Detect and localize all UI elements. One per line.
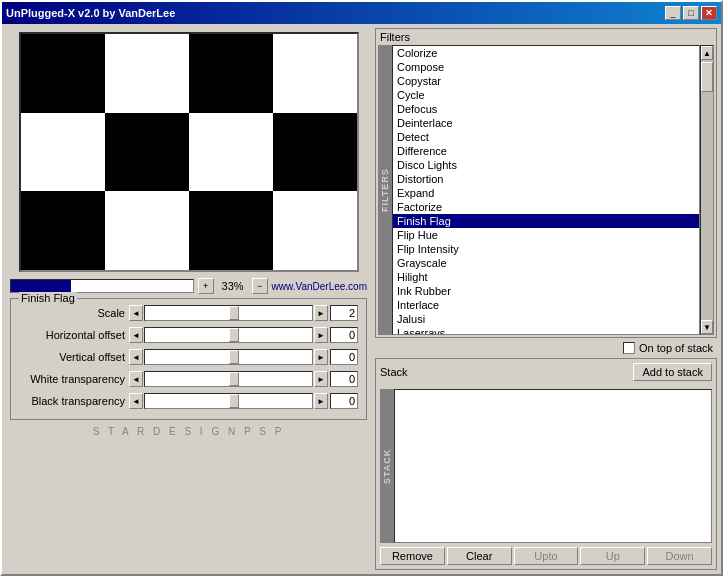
checker-cell — [21, 34, 105, 113]
black-trans-slider-container: ◄ ► — [129, 393, 328, 409]
content-area: + 33% − www.VanDerLee.com Finish Flag Sc… — [2, 24, 721, 574]
maximize-button[interactable]: □ — [683, 6, 699, 20]
filter-item-hilight[interactable]: Hilight — [393, 270, 699, 284]
stack-vertical-label: STACK — [380, 389, 394, 543]
filters-list-container: FILTERS Colorize Compose Copystar Cycle … — [378, 45, 714, 335]
filter-item-finish-flag[interactable]: Finish Flag — [393, 214, 699, 228]
filter-item-deinterlace[interactable]: Deinterlace — [393, 116, 699, 130]
param-row-black-transparency: Black transparency ◄ ► 0 — [19, 391, 358, 411]
filters-list[interactable]: Colorize Compose Copystar Cycle Defocus … — [392, 45, 700, 335]
close-button[interactable]: ✕ — [701, 6, 717, 20]
filter-item-expand[interactable]: Expand — [393, 186, 699, 200]
upto-button[interactable]: Upto — [514, 547, 579, 565]
v-offset-slider-thumb[interactable] — [229, 350, 239, 364]
stack-list — [394, 389, 712, 543]
v-offset-slider-track[interactable] — [144, 349, 313, 365]
scale-slider-track[interactable] — [144, 305, 313, 321]
black-trans-value: 0 — [330, 393, 358, 409]
black-trans-slider-thumb[interactable] — [229, 394, 239, 408]
v-offset-value: 0 — [330, 349, 358, 365]
scale-slider-thumb[interactable] — [229, 306, 239, 320]
checker-cell — [105, 113, 189, 192]
minimize-button[interactable]: _ — [665, 6, 681, 20]
on-top-checkbox-container[interactable]: On top of stack — [623, 342, 713, 354]
param-row-scale: Scale ◄ ► 2 — [19, 303, 358, 323]
filter-item-compose[interactable]: Compose — [393, 60, 699, 74]
progress-bar-container — [10, 279, 194, 293]
black-transparency-label: Black transparency — [19, 395, 129, 407]
filter-item-cycle[interactable]: Cycle — [393, 88, 699, 102]
filter-item-copystar[interactable]: Copystar — [393, 74, 699, 88]
black-trans-slider-track[interactable] — [144, 393, 313, 409]
checker-cell — [189, 34, 273, 113]
filter-item-interlace[interactable]: Interlace — [393, 298, 699, 312]
finish-flag-title: Finish Flag — [19, 292, 77, 304]
filter-item-flip-hue[interactable]: Flip Hue — [393, 228, 699, 242]
white-trans-slider-track[interactable] — [144, 371, 313, 387]
scrollbar-track[interactable] — [701, 60, 713, 320]
filter-item-distortion[interactable]: Distortion — [393, 172, 699, 186]
progress-percent: 33% — [218, 280, 248, 292]
stack-group: Stack Add to stack STACK Remove Clear Up… — [375, 358, 717, 570]
filter-item-detect[interactable]: Detect — [393, 130, 699, 144]
filter-item-disco-lights[interactable]: Disco Lights — [393, 158, 699, 172]
checker-cell — [21, 113, 105, 192]
scrollbar-thumb[interactable] — [701, 62, 713, 92]
filter-item-defocus[interactable]: Defocus — [393, 102, 699, 116]
stack-bottom-buttons: Remove Clear Upto Up Down — [380, 543, 712, 565]
progress-decrease-button[interactable]: − — [252, 278, 268, 294]
progress-increase-button[interactable]: + — [198, 278, 214, 294]
scale-value: 2 — [330, 305, 358, 321]
up-button[interactable]: Up — [580, 547, 645, 565]
horizontal-offset-label: Horizontal offset — [19, 329, 129, 341]
scale-slider-container: ◄ ► — [129, 305, 328, 321]
checker-cell — [21, 191, 105, 270]
checker-cell — [105, 191, 189, 270]
v-offset-right-arrow[interactable]: ► — [314, 349, 328, 365]
progress-bar-fill — [11, 280, 71, 292]
param-row-horizontal-offset: Horizontal offset ◄ ► 0 — [19, 325, 358, 345]
filter-item-laserrays[interactable]: Laserrays — [393, 326, 699, 335]
scale-left-arrow[interactable]: ◄ — [129, 305, 143, 321]
down-button[interactable]: Down — [647, 547, 712, 565]
filter-item-ink-rubber[interactable]: Ink Rubber — [393, 284, 699, 298]
black-trans-left-arrow[interactable]: ◄ — [129, 393, 143, 409]
white-trans-slider-thumb[interactable] — [229, 372, 239, 386]
filter-item-grayscale[interactable]: Grayscale — [393, 256, 699, 270]
filters-vertical-label: FILTERS — [378, 45, 392, 335]
remove-button[interactable]: Remove — [380, 547, 445, 565]
scale-right-arrow[interactable]: ► — [314, 305, 328, 321]
clear-button[interactable]: Clear — [447, 547, 512, 565]
h-offset-right-arrow[interactable]: ► — [314, 327, 328, 343]
progress-url: www.VanDerLee.com — [272, 281, 367, 292]
white-trans-value: 0 — [330, 371, 358, 387]
filter-item-colorize[interactable]: Colorize — [393, 46, 699, 60]
h-offset-slider-track[interactable] — [144, 327, 313, 343]
black-trans-right-arrow[interactable]: ► — [314, 393, 328, 409]
on-top-checkbox[interactable] — [623, 342, 635, 354]
checker-cell — [273, 191, 357, 270]
add-to-stack-button[interactable]: Add to stack — [633, 363, 712, 381]
h-offset-value: 0 — [330, 327, 358, 343]
title-bar-buttons: _ □ ✕ — [665, 6, 717, 20]
filter-item-factorize[interactable]: Factorize — [393, 200, 699, 214]
scrollbar-up-arrow[interactable]: ▲ — [701, 46, 713, 60]
white-trans-left-arrow[interactable]: ◄ — [129, 371, 143, 387]
on-top-row: On top of stack — [375, 340, 717, 356]
scrollbar-down-arrow[interactable]: ▼ — [701, 320, 713, 334]
h-offset-left-arrow[interactable]: ◄ — [129, 327, 143, 343]
filter-item-flip-intensity[interactable]: Flip Intensity — [393, 242, 699, 256]
checkerboard — [21, 34, 357, 270]
checker-cell — [105, 34, 189, 113]
h-offset-slider-thumb[interactable] — [229, 328, 239, 342]
filter-item-difference[interactable]: Difference — [393, 144, 699, 158]
finish-flag-group: Finish Flag Scale ◄ ► 2 Horizontal o — [10, 298, 367, 420]
vertical-offset-slider-container: ◄ ► — [129, 349, 328, 365]
checker-cell — [189, 113, 273, 192]
filters-scrollbar[interactable]: ▲ ▼ — [700, 45, 714, 335]
param-row-vertical-offset: Vertical offset ◄ ► 0 — [19, 347, 358, 367]
white-trans-right-arrow[interactable]: ► — [314, 371, 328, 387]
filter-item-jalusi[interactable]: Jalusi — [393, 312, 699, 326]
on-top-label: On top of stack — [639, 342, 713, 354]
v-offset-left-arrow[interactable]: ◄ — [129, 349, 143, 365]
